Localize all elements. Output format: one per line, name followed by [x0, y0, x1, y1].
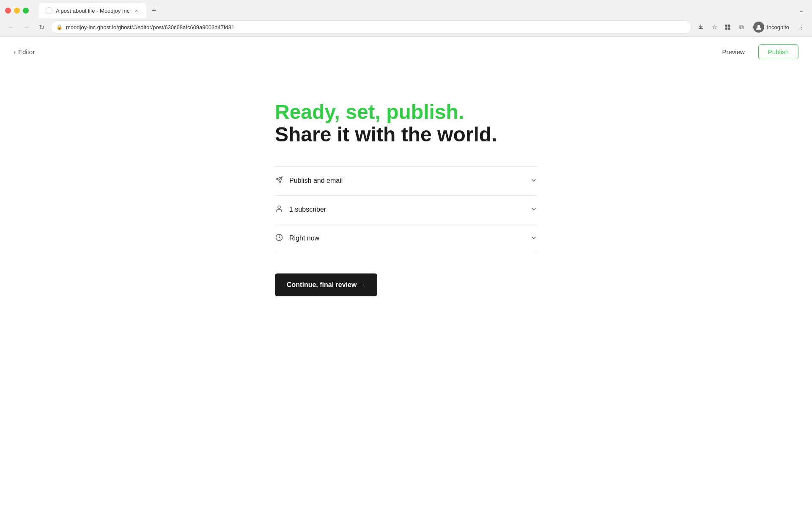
- clock-icon: [275, 234, 283, 243]
- send-icon: [275, 176, 283, 186]
- window-maximize-button[interactable]: [23, 8, 29, 14]
- schedule-label: Right now: [289, 235, 319, 242]
- browser-toolbar: ← → ↻ 🔒 moodjoy-inc.ghost.io/ghost/#/edi…: [0, 18, 812, 36]
- tab-bar: A post about life - Moodjoy Inc × +: [39, 3, 795, 18]
- person-icon: [275, 205, 283, 215]
- split-icon[interactable]: ⧉: [735, 21, 747, 33]
- schedule-left: Right now: [275, 234, 319, 243]
- schedule-option[interactable]: Right now: [275, 224, 537, 253]
- subscribers-option[interactable]: 1 subscriber: [275, 196, 537, 224]
- publish-email-left: Publish and email: [275, 176, 343, 186]
- hero-line1: Ready, set, publish.: [275, 101, 537, 124]
- refresh-button[interactable]: ↻: [36, 21, 47, 33]
- tab-title: A post about life - Moodjoy Inc: [56, 8, 129, 14]
- preview-button[interactable]: Preview: [715, 45, 751, 59]
- browser-chrome: A post about life - Moodjoy Inc × + ⌄ ← …: [0, 0, 812, 37]
- new-tab-button[interactable]: +: [148, 5, 160, 17]
- star-icon[interactable]: ☆: [708, 21, 720, 33]
- publish-email-label: Publish and email: [289, 177, 343, 185]
- forward-button[interactable]: →: [20, 21, 32, 33]
- publish-email-option[interactable]: Publish and email: [275, 167, 537, 196]
- toolbar-actions: ☆ ⧉ Incognito ⋮: [695, 21, 807, 33]
- tab-close-button[interactable]: ×: [133, 7, 140, 14]
- hero-heading: Ready, set, publish. Share it with the w…: [275, 101, 537, 146]
- back-arrow-icon: ‹: [14, 48, 16, 55]
- subscribers-label: 1 subscriber: [289, 206, 326, 213]
- avatar: [753, 22, 764, 33]
- more-options-button[interactable]: ⋮: [795, 21, 807, 33]
- window-controls: [5, 8, 29, 14]
- svg-rect-3: [728, 28, 730, 30]
- chevron-down-icon-2: [530, 206, 537, 214]
- url-text: moodjoy-inc.ghost.io/ghost/#/editor/post…: [66, 24, 234, 30]
- browser-title-bar: A post about life - Moodjoy Inc × + ⌄: [0, 0, 812, 18]
- extensions-icon[interactable]: [722, 21, 734, 33]
- svg-rect-2: [725, 28, 727, 30]
- main-content: Ready, set, publish. Share it with the w…: [0, 67, 812, 296]
- subscribers-left: 1 subscriber: [275, 205, 326, 215]
- window-minimize-button[interactable]: [14, 8, 20, 14]
- publish-button[interactable]: Publish: [758, 44, 798, 59]
- chevron-down-icon-3: [530, 235, 537, 243]
- lock-icon: 🔒: [56, 24, 63, 30]
- app-header: ‹ Editor Preview Publish: [0, 37, 812, 67]
- continue-button[interactable]: Continue, final review →: [275, 273, 377, 296]
- content-card: Ready, set, publish. Share it with the w…: [275, 101, 537, 296]
- svg-point-7: [278, 206, 280, 208]
- back-button[interactable]: ←: [5, 21, 17, 33]
- incognito-label: Incognito: [767, 24, 789, 30]
- header-actions: Preview Publish: [715, 44, 798, 59]
- options-list: Publish and email 1 subscriber: [275, 166, 537, 253]
- tab-expand-button[interactable]: ⌄: [795, 4, 807, 16]
- chevron-down-icon: [530, 177, 537, 185]
- editor-back-link[interactable]: ‹ Editor: [14, 48, 35, 55]
- tab-favicon: [46, 7, 52, 14]
- download-icon[interactable]: [695, 21, 707, 33]
- address-bar[interactable]: 🔒 moodjoy-inc.ghost.io/ghost/#/editor/po…: [51, 20, 691, 34]
- svg-rect-0: [725, 25, 727, 27]
- incognito-area[interactable]: Incognito: [749, 21, 793, 33]
- window-close-button[interactable]: [5, 8, 11, 14]
- active-tab[interactable]: A post about life - Moodjoy Inc ×: [39, 3, 146, 18]
- svg-rect-1: [728, 25, 730, 27]
- editor-back-label: Editor: [18, 48, 35, 55]
- hero-line2: Share it with the world.: [275, 124, 537, 146]
